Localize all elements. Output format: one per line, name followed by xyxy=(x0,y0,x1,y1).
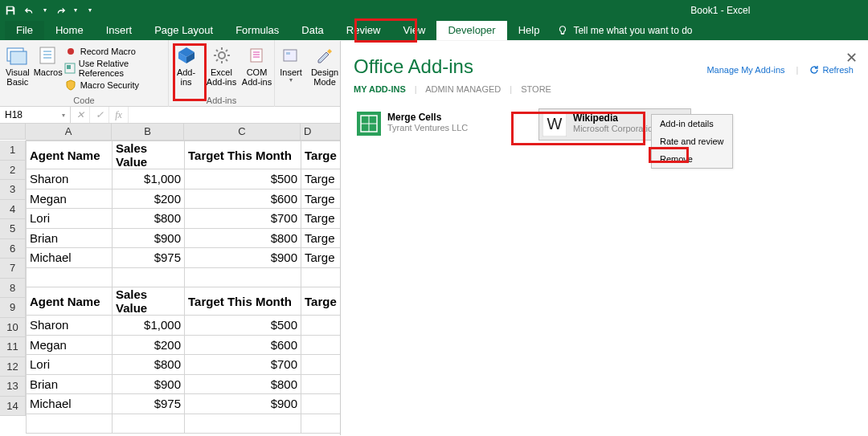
row-header[interactable]: 4 xyxy=(0,200,26,220)
redo-icon[interactable] xyxy=(55,5,66,16)
cell[interactable]: Targe xyxy=(301,189,342,209)
tab-formulas[interactable]: Formulas xyxy=(224,21,290,40)
col-header-a[interactable]: A xyxy=(26,124,112,141)
ctx-rate-review[interactable]: Rate and review xyxy=(652,132,732,150)
cell[interactable]: $700 xyxy=(185,355,301,375)
addins-button[interactable]: Add- ins xyxy=(170,42,203,87)
cell[interactable]: $500 xyxy=(185,169,301,189)
row-header[interactable]: 5 xyxy=(0,219,26,239)
cell[interactable]: $900 xyxy=(113,228,185,248)
cell[interactable]: $900 xyxy=(185,248,301,268)
cell[interactable] xyxy=(301,316,342,336)
cell[interactable]: $975 xyxy=(113,394,185,414)
cell[interactable]: Targe xyxy=(301,169,342,189)
col-header-d[interactable]: D xyxy=(301,124,341,141)
name-box[interactable]: H18▾ xyxy=(0,107,71,123)
chevron-down-icon[interactable]: ▾ xyxy=(62,112,65,119)
cell[interactable]: $600 xyxy=(185,335,301,355)
cell[interactable] xyxy=(27,267,113,287)
cell[interactable] xyxy=(113,414,185,434)
row-header[interactable]: 14 xyxy=(0,397,26,417)
fx-icon[interactable]: fx xyxy=(109,107,129,123)
addin-merge-cells[interactable]: Merge Cells Tyrant Ventures LLC xyxy=(354,108,506,141)
cell[interactable]: Targe xyxy=(301,209,342,229)
save-icon[interactable] xyxy=(5,5,16,16)
tab-insert[interactable]: Insert xyxy=(95,21,144,40)
manage-addins-link[interactable]: Manage My Add-ins xyxy=(706,65,784,75)
row-header[interactable]: 6 xyxy=(0,239,26,259)
row-header[interactable]: 1 xyxy=(0,141,26,161)
cell[interactable]: $1,000 xyxy=(113,169,185,189)
insert-control-button[interactable]: Insert ▾ xyxy=(274,42,308,84)
cell[interactable]: $200 xyxy=(113,189,185,209)
cell[interactable]: Agent Name xyxy=(27,287,113,316)
macro-security-button[interactable]: Macro Security xyxy=(64,77,165,93)
redo-dropdown-icon[interactable]: ▾ xyxy=(74,6,77,14)
cell[interactable]: Lori xyxy=(27,209,113,229)
cell[interactable]: $800 xyxy=(185,228,301,248)
design-mode-button[interactable]: Design Mode xyxy=(309,42,340,87)
tab-file[interactable]: File xyxy=(5,21,44,40)
cell[interactable] xyxy=(301,414,342,434)
row-header[interactable]: 2 xyxy=(0,161,26,181)
cell[interactable]: Sharon xyxy=(27,316,113,336)
cell[interactable]: $700 xyxy=(185,209,301,229)
cell[interactable]: Michael xyxy=(27,394,113,414)
refresh-link[interactable]: Refresh xyxy=(809,65,854,75)
row-header[interactable]: 3 xyxy=(0,180,26,200)
ctx-remove[interactable]: Remove xyxy=(652,150,732,168)
cell[interactable] xyxy=(185,414,301,434)
tell-me-search[interactable]: Tell me what you want to do xyxy=(557,25,692,36)
cell[interactable] xyxy=(301,355,342,375)
cell[interactable]: Targe xyxy=(301,141,342,169)
row-header[interactable]: 13 xyxy=(0,377,26,397)
tab-my-addins[interactable]: MY ADD-INS xyxy=(354,84,406,94)
tab-data[interactable]: Data xyxy=(290,21,334,40)
com-addins-button[interactable]: COM Add-ins xyxy=(240,42,274,87)
row-header[interactable]: 7 xyxy=(0,259,26,279)
visual-basic-button[interactable]: Visual Basic xyxy=(3,42,32,87)
row-header[interactable]: 9 xyxy=(0,298,26,318)
cell[interactable]: Michael xyxy=(27,248,113,268)
cell[interactable]: $200 xyxy=(113,335,185,355)
cell[interactable]: Sales Value xyxy=(113,287,185,316)
cell[interactable]: Targe xyxy=(301,228,342,248)
cell[interactable]: Brian xyxy=(27,228,113,248)
cell[interactable]: $900 xyxy=(113,374,185,394)
tab-admin-managed[interactable]: ADMIN MANAGED xyxy=(425,84,501,94)
cell[interactable]: Targe xyxy=(301,287,342,316)
grid[interactable]: Agent NameSales ValueTarget This MonthTa… xyxy=(26,141,342,434)
tab-store[interactable]: STORE xyxy=(521,84,551,94)
cell[interactable] xyxy=(301,267,342,287)
close-icon[interactable]: ✕ xyxy=(842,49,860,67)
tab-view[interactable]: View xyxy=(391,21,436,40)
col-header-c[interactable]: C xyxy=(184,124,301,141)
cell[interactable]: $800 xyxy=(113,209,185,229)
row-header[interactable]: 12 xyxy=(0,357,26,377)
undo-icon[interactable] xyxy=(24,5,35,16)
cell[interactable] xyxy=(27,414,113,434)
cell[interactable] xyxy=(301,394,342,414)
tab-developer[interactable]: Developer xyxy=(436,21,506,40)
cell[interactable] xyxy=(185,267,301,287)
qat-customize-icon[interactable]: ▾ xyxy=(88,6,92,14)
cell[interactable] xyxy=(301,374,342,394)
excel-addins-button[interactable]: Excel Add-ins xyxy=(205,42,239,87)
row-header[interactable]: 11 xyxy=(0,337,26,357)
cell[interactable]: $800 xyxy=(113,355,185,375)
cell[interactable]: $1,000 xyxy=(113,316,185,336)
cell[interactable]: Targe xyxy=(301,248,342,268)
cell[interactable]: Sales Value xyxy=(113,141,185,169)
cell[interactable]: Target This Month xyxy=(185,141,301,169)
cancel-icon[interactable]: ✕ xyxy=(71,107,90,123)
cell[interactable]: $500 xyxy=(185,316,301,336)
tab-review[interactable]: Review xyxy=(335,21,392,40)
cell[interactable]: $975 xyxy=(113,248,185,268)
cell[interactable]: Megan xyxy=(27,335,113,355)
record-macro-button[interactable]: Record Macro xyxy=(64,43,165,59)
ctx-addin-details[interactable]: Add-in details xyxy=(652,115,732,132)
use-relative-refs-button[interactable]: Use Relative References xyxy=(64,60,165,76)
tab-help[interactable]: Help xyxy=(507,21,551,40)
cell[interactable]: $900 xyxy=(185,394,301,414)
cell[interactable]: Brian xyxy=(27,374,113,394)
